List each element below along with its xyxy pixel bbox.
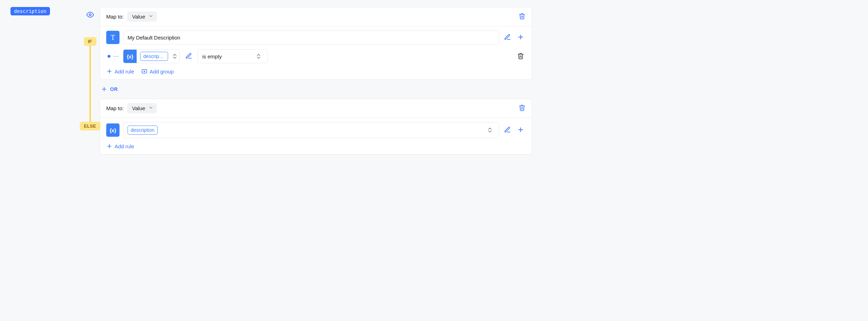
add-value-button[interactable] <box>516 125 526 136</box>
mapping-card-else: Map to: Value {x} description <box>100 99 532 155</box>
delete-card-button[interactable] <box>519 13 526 21</box>
condition-operator-select[interactable]: is empty <box>198 49 268 63</box>
rule-connector <box>113 56 119 57</box>
add-rule-button[interactable]: Add rule <box>106 143 134 149</box>
map-to-label: Map to: <box>106 105 124 111</box>
chevron-down-icon <box>149 105 153 111</box>
delete-card-button[interactable] <box>519 104 526 112</box>
variable-name: description <box>128 126 158 135</box>
variable-value-display[interactable]: description <box>123 122 499 138</box>
add-rule-label: Add rule <box>115 69 134 74</box>
text-value-display[interactable]: My Default Description <box>123 30 499 44</box>
delete-rule-button[interactable] <box>516 51 526 62</box>
flow-connector <box>89 43 91 127</box>
condition-variable: descripti… <box>140 52 168 61</box>
text-type-icon: T <box>106 31 120 44</box>
add-rule-button[interactable]: Add rule <box>106 68 134 74</box>
stepper-icon <box>254 54 263 59</box>
svg-point-0 <box>89 14 91 16</box>
flow-gutter: IF ELSE <box>80 7 100 155</box>
add-group-label: Add group <box>150 69 174 74</box>
rule-handle[interactable] <box>108 55 110 58</box>
stepper-icon[interactable] <box>170 54 179 59</box>
variable-icon: {x} <box>123 50 137 63</box>
edit-value-button[interactable] <box>502 32 512 43</box>
add-group-button[interactable]: Add group <box>141 68 174 74</box>
or-label: OR <box>110 86 118 92</box>
map-to-label: Map to: <box>106 14 124 20</box>
condition-operator: is empty <box>202 54 222 59</box>
stepper-icon[interactable] <box>485 128 494 133</box>
field-tag: description <box>10 7 50 15</box>
add-or-branch-button[interactable]: OR <box>100 84 532 94</box>
map-to-value: Value <box>132 105 145 111</box>
map-to-select[interactable]: Value <box>127 12 157 22</box>
condition-variable-select[interactable]: {x} descripti… <box>123 49 180 63</box>
flow-else-label: ELSE <box>80 122 100 130</box>
map-to-value: Value <box>132 14 145 20</box>
mapping-card-if: Map to: Value T My Default Description <box>100 7 532 80</box>
edit-value-button[interactable] <box>502 125 512 136</box>
flow-if-label: IF <box>84 37 96 46</box>
map-to-select[interactable]: Value <box>127 103 157 113</box>
edit-condition-button[interactable] <box>184 51 194 62</box>
chevron-down-icon <box>149 14 153 20</box>
add-rule-label: Add rule <box>115 143 134 149</box>
add-value-button[interactable] <box>516 32 526 43</box>
variable-type-icon: {x} <box>106 123 120 137</box>
visibility-icon[interactable] <box>86 11 94 20</box>
